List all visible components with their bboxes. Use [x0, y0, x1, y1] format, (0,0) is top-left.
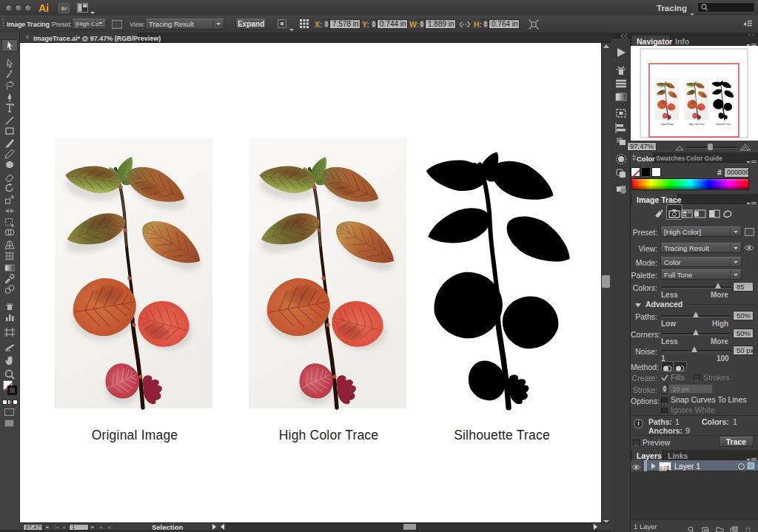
- svg-text:High Color Trace: High Color Trace: [279, 428, 379, 442]
- svg-text:Silhouette Trace: Silhouette Trace: [454, 428, 550, 442]
- svg-text:Original Image: Original Image: [92, 428, 178, 442]
